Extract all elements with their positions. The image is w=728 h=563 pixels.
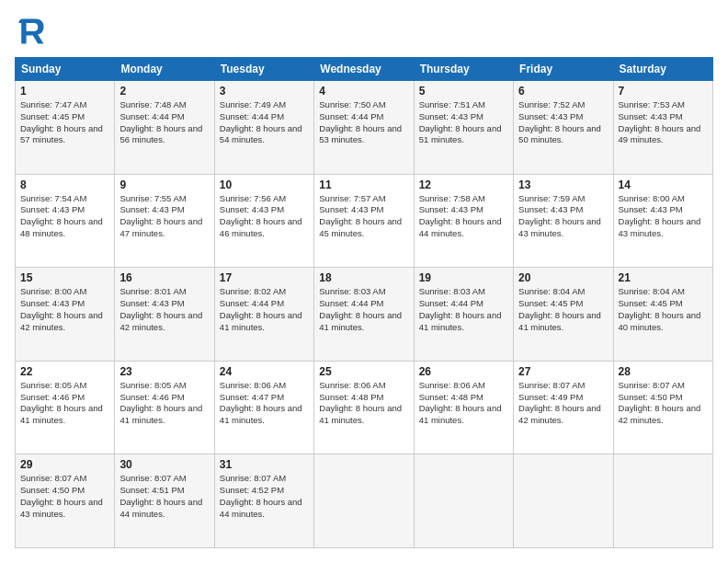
day-number: 8: [20, 178, 109, 191]
day-number: 5: [419, 85, 508, 98]
day-info: Sunrise: 8:07 AMSunset: 4:51 PMDaylight:…: [119, 473, 202, 518]
page: Sunday Monday Tuesday Wednesday Thursday…: [0, 0, 728, 563]
day-number: 13: [518, 178, 608, 191]
logo: [15, 15, 51, 48]
day-info: Sunrise: 7:49 AMSunset: 4:44 PMDaylight:…: [220, 99, 302, 144]
day-number: 28: [619, 365, 708, 378]
day-info: Sunrise: 7:58 AMSunset: 4:43 PMDaylight:…: [419, 193, 502, 238]
calendar-cell: 24 Sunrise: 8:06 AMSunset: 4:47 PMDaylig…: [214, 361, 313, 454]
day-number: 4: [319, 85, 408, 98]
calendar: Sunday Monday Tuesday Wednesday Thursday…: [15, 57, 713, 548]
calendar-cell: 18 Sunrise: 8:03 AMSunset: 4:44 PMDaylig…: [314, 268, 414, 362]
calendar-cell: 9 Sunrise: 7:55 AMSunset: 4:43 PMDayligh…: [115, 174, 214, 268]
day-number: 16: [119, 271, 209, 284]
day-number: 21: [619, 271, 708, 284]
day-info: Sunrise: 7:57 AMSunset: 4:43 PMDaylight:…: [319, 193, 402, 238]
day-info: Sunrise: 8:06 AMSunset: 4:48 PMDaylight:…: [419, 380, 502, 425]
day-number: 17: [220, 271, 309, 284]
day-info: Sunrise: 8:05 AMSunset: 4:46 PMDaylight:…: [20, 380, 103, 425]
calendar-cell: 10 Sunrise: 7:56 AMSunset: 4:43 PMDaylig…: [214, 174, 313, 268]
day-info: Sunrise: 7:52 AMSunset: 4:43 PMDaylight:…: [518, 99, 601, 144]
day-number: 26: [419, 365, 508, 378]
day-number: 20: [518, 271, 608, 284]
logo-icon: [15, 15, 48, 48]
day-info: Sunrise: 8:07 AMSunset: 4:50 PMDaylight:…: [20, 473, 103, 518]
calendar-cell: 8 Sunrise: 7:54 AMSunset: 4:43 PMDayligh…: [16, 174, 115, 268]
calendar-cell: 31 Sunrise: 8:07 AMSunset: 4:52 PMDaylig…: [214, 454, 313, 548]
day-info: Sunrise: 8:04 AMSunset: 4:45 PMDaylight:…: [518, 286, 601, 331]
col-wednesday: Wednesday: [314, 58, 414, 81]
day-info: Sunrise: 8:03 AMSunset: 4:44 PMDaylight:…: [319, 286, 402, 331]
day-info: Sunrise: 7:47 AMSunset: 4:45 PMDaylight:…: [20, 99, 103, 144]
calendar-cell: [613, 454, 712, 548]
header: [15, 15, 713, 48]
day-number: 23: [119, 365, 209, 378]
calendar-cell: 15 Sunrise: 8:00 AMSunset: 4:43 PMDaylig…: [16, 268, 115, 362]
col-friday: Friday: [514, 58, 613, 81]
day-number: 31: [220, 458, 309, 471]
calendar-cell: 22 Sunrise: 8:05 AMSunset: 4:46 PMDaylig…: [16, 361, 115, 454]
day-number: 29: [20, 458, 109, 471]
calendar-cell: 29 Sunrise: 8:07 AMSunset: 4:50 PMDaylig…: [16, 454, 115, 548]
calendar-cell: 4 Sunrise: 7:50 AMSunset: 4:44 PMDayligh…: [314, 81, 414, 175]
col-monday: Monday: [115, 58, 214, 81]
col-sunday: Sunday: [16, 58, 115, 81]
day-number: 22: [20, 365, 109, 378]
day-info: Sunrise: 7:51 AMSunset: 4:43 PMDaylight:…: [419, 99, 502, 144]
day-info: Sunrise: 8:04 AMSunset: 4:45 PMDaylight:…: [619, 286, 701, 331]
calendar-cell: 23 Sunrise: 8:05 AMSunset: 4:46 PMDaylig…: [115, 361, 214, 454]
day-number: 19: [419, 271, 508, 284]
calendar-cell: 28 Sunrise: 8:07 AMSunset: 4:50 PMDaylig…: [613, 361, 712, 454]
calendar-cell: 11 Sunrise: 7:57 AMSunset: 4:43 PMDaylig…: [314, 174, 414, 268]
day-info: Sunrise: 8:07 AMSunset: 4:52 PMDaylight:…: [220, 473, 302, 518]
day-info: Sunrise: 7:50 AMSunset: 4:44 PMDaylight:…: [319, 99, 402, 144]
day-info: Sunrise: 8:05 AMSunset: 4:46 PMDaylight:…: [119, 380, 202, 425]
calendar-week-row: 8 Sunrise: 7:54 AMSunset: 4:43 PMDayligh…: [16, 174, 713, 268]
calendar-cell: [314, 454, 414, 548]
day-info: Sunrise: 8:07 AMSunset: 4:50 PMDaylight:…: [619, 380, 701, 425]
calendar-week-row: 15 Sunrise: 8:00 AMSunset: 4:43 PMDaylig…: [16, 268, 713, 362]
calendar-cell: 3 Sunrise: 7:49 AMSunset: 4:44 PMDayligh…: [214, 81, 313, 175]
day-info: Sunrise: 7:56 AMSunset: 4:43 PMDaylight:…: [220, 193, 302, 238]
day-number: 6: [518, 85, 608, 98]
day-number: 14: [619, 178, 708, 191]
calendar-cell: 12 Sunrise: 7:58 AMSunset: 4:43 PMDaylig…: [414, 174, 513, 268]
day-number: 11: [319, 178, 408, 191]
calendar-cell: 7 Sunrise: 7:53 AMSunset: 4:43 PMDayligh…: [613, 81, 712, 175]
day-number: 30: [119, 458, 209, 471]
day-info: Sunrise: 8:06 AMSunset: 4:48 PMDaylight:…: [319, 380, 402, 425]
calendar-cell: 1 Sunrise: 7:47 AMSunset: 4:45 PMDayligh…: [16, 81, 115, 175]
calendar-header-row: Sunday Monday Tuesday Wednesday Thursday…: [16, 58, 713, 81]
day-number: 2: [119, 85, 209, 98]
day-number: 24: [220, 365, 309, 378]
calendar-week-row: 1 Sunrise: 7:47 AMSunset: 4:45 PMDayligh…: [16, 81, 713, 175]
calendar-cell: 27 Sunrise: 8:07 AMSunset: 4:49 PMDaylig…: [514, 361, 613, 454]
col-tuesday: Tuesday: [214, 58, 313, 81]
day-info: Sunrise: 7:55 AMSunset: 4:43 PMDaylight:…: [119, 193, 202, 238]
calendar-cell: 20 Sunrise: 8:04 AMSunset: 4:45 PMDaylig…: [514, 268, 613, 362]
day-info: Sunrise: 7:53 AMSunset: 4:43 PMDaylight:…: [619, 99, 701, 144]
calendar-cell: 13 Sunrise: 7:59 AMSunset: 4:43 PMDaylig…: [514, 174, 613, 268]
calendar-cell: 5 Sunrise: 7:51 AMSunset: 4:43 PMDayligh…: [414, 81, 513, 175]
day-number: 3: [220, 85, 309, 98]
calendar-week-row: 22 Sunrise: 8:05 AMSunset: 4:46 PMDaylig…: [16, 361, 713, 454]
day-number: 7: [619, 85, 708, 98]
calendar-cell: [414, 454, 513, 548]
day-number: 9: [119, 178, 209, 191]
calendar-cell: 30 Sunrise: 8:07 AMSunset: 4:51 PMDaylig…: [115, 454, 214, 548]
day-info: Sunrise: 8:00 AMSunset: 4:43 PMDaylight:…: [619, 193, 701, 238]
calendar-cell: 19 Sunrise: 8:03 AMSunset: 4:44 PMDaylig…: [414, 268, 513, 362]
day-number: 15: [20, 271, 109, 284]
calendar-cell: 17 Sunrise: 8:02 AMSunset: 4:44 PMDaylig…: [214, 268, 313, 362]
day-info: Sunrise: 8:06 AMSunset: 4:47 PMDaylight:…: [220, 380, 302, 425]
calendar-cell: 2 Sunrise: 7:48 AMSunset: 4:44 PMDayligh…: [115, 81, 214, 175]
day-number: 10: [220, 178, 309, 191]
day-info: Sunrise: 7:59 AMSunset: 4:43 PMDaylight:…: [518, 193, 601, 238]
col-thursday: Thursday: [414, 58, 513, 81]
calendar-cell: 25 Sunrise: 8:06 AMSunset: 4:48 PMDaylig…: [314, 361, 414, 454]
calendar-cell: 21 Sunrise: 8:04 AMSunset: 4:45 PMDaylig…: [613, 268, 712, 362]
day-info: Sunrise: 8:02 AMSunset: 4:44 PMDaylight:…: [220, 286, 302, 331]
day-info: Sunrise: 8:07 AMSunset: 4:49 PMDaylight:…: [518, 380, 601, 425]
day-info: Sunrise: 8:01 AMSunset: 4:43 PMDaylight:…: [119, 286, 202, 331]
day-number: 12: [419, 178, 508, 191]
